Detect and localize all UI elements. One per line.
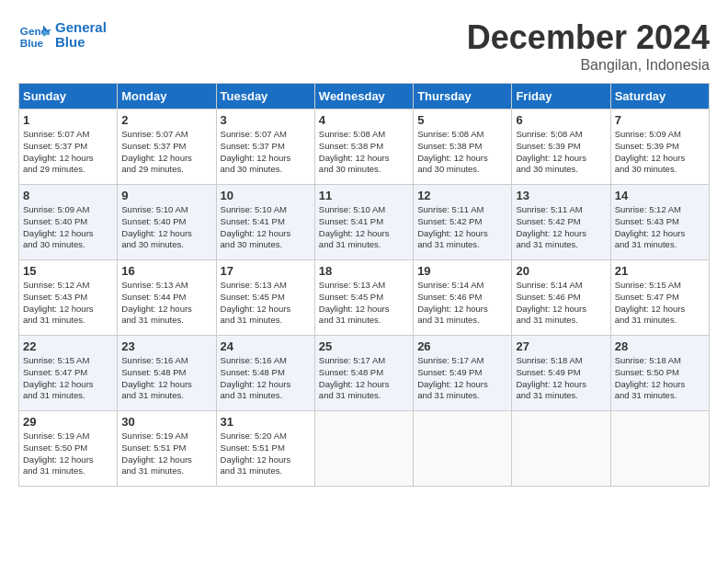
- day-number: 21: [615, 264, 705, 278]
- day-number: 20: [516, 264, 606, 278]
- day-info: Sunrise: 5:16 AMSunset: 5:48 PMDaylight:…: [221, 355, 311, 402]
- day-number: 2: [121, 113, 211, 127]
- calendar-body: 1Sunrise: 5:07 AMSunset: 5:37 PMDaylight…: [19, 109, 710, 487]
- day-info: Sunrise: 5:08 AMSunset: 5:38 PMDaylight:…: [319, 129, 409, 176]
- logo-line2: Blue: [55, 35, 107, 51]
- day-info: Sunrise: 5:14 AMSunset: 5:46 PMDaylight:…: [516, 280, 606, 327]
- calendar-week-2: 8Sunrise: 5:09 AMSunset: 5:40 PMDaylight…: [19, 185, 710, 260]
- day-info: Sunrise: 5:13 AMSunset: 5:45 PMDaylight:…: [221, 280, 311, 327]
- day-cell-27: 27Sunrise: 5:18 AMSunset: 5:49 PMDayligh…: [512, 336, 610, 411]
- day-number: 24: [221, 339, 311, 353]
- day-number: 9: [121, 189, 211, 202]
- day-number: 18: [319, 264, 409, 278]
- calendar-week-4: 22Sunrise: 5:15 AMSunset: 5:47 PMDayligh…: [19, 336, 710, 411]
- day-cell-31: 31Sunrise: 5:20 AMSunset: 5:51 PMDayligh…: [216, 411, 314, 487]
- day-cell-30: 30Sunrise: 5:19 AMSunset: 5:51 PMDayligh…: [118, 411, 216, 487]
- day-number: 4: [319, 113, 409, 127]
- day-cell-8: 8Sunrise: 5:09 AMSunset: 5:40 PMDaylight…: [19, 185, 118, 260]
- svg-text:Blue: Blue: [20, 37, 44, 49]
- day-number: 26: [417, 339, 507, 353]
- day-cell-18: 18Sunrise: 5:13 AMSunset: 5:45 PMDayligh…: [314, 260, 413, 336]
- day-cell-16: 16Sunrise: 5:13 AMSunset: 5:44 PMDayligh…: [118, 260, 216, 336]
- day-number: 5: [417, 113, 507, 127]
- empty-cell: [610, 411, 709, 487]
- logo-line1: General: [55, 20, 107, 36]
- day-cell-3: 3Sunrise: 5:07 AMSunset: 5:37 PMDaylight…: [216, 109, 314, 185]
- day-info: Sunrise: 5:07 AMSunset: 5:37 PMDaylight:…: [221, 129, 311, 176]
- day-number: 17: [221, 264, 311, 278]
- day-cell-7: 7Sunrise: 5:09 AMSunset: 5:39 PMDaylight…: [610, 109, 709, 185]
- header-friday: Friday: [512, 84, 610, 109]
- day-info: Sunrise: 5:15 AMSunset: 5:47 PMDaylight:…: [615, 280, 705, 327]
- day-cell-9: 9Sunrise: 5:10 AMSunset: 5:40 PMDaylight…: [118, 185, 216, 260]
- day-cell-2: 2Sunrise: 5:07 AMSunset: 5:37 PMDaylight…: [118, 109, 216, 185]
- day-cell-1: 1Sunrise: 5:07 AMSunset: 5:37 PMDaylight…: [19, 109, 118, 185]
- day-number: 11: [319, 189, 409, 202]
- day-info: Sunrise: 5:08 AMSunset: 5:38 PMDaylight:…: [417, 129, 507, 176]
- day-cell-23: 23Sunrise: 5:16 AMSunset: 5:48 PMDayligh…: [118, 336, 216, 411]
- day-cell-24: 24Sunrise: 5:16 AMSunset: 5:48 PMDayligh…: [216, 336, 314, 411]
- day-number: 12: [417, 189, 507, 202]
- day-number: 30: [121, 415, 211, 429]
- header-saturday: Saturday: [610, 84, 709, 109]
- day-info: Sunrise: 5:18 AMSunset: 5:49 PMDaylight:…: [516, 355, 606, 402]
- empty-cell: [512, 411, 610, 487]
- day-info: Sunrise: 5:14 AMSunset: 5:46 PMDaylight:…: [417, 280, 507, 327]
- day-cell-17: 17Sunrise: 5:13 AMSunset: 5:45 PMDayligh…: [216, 260, 314, 336]
- empty-cell: [414, 411, 512, 487]
- logo-icon: General Blue: [18, 18, 51, 52]
- month-title: December 2024: [467, 18, 710, 57]
- day-info: Sunrise: 5:10 AMSunset: 5:41 PMDaylight:…: [319, 204, 409, 251]
- day-number: 7: [615, 113, 705, 127]
- day-info: Sunrise: 5:13 AMSunset: 5:45 PMDaylight:…: [319, 280, 409, 327]
- day-number: 3: [221, 113, 311, 127]
- day-info: Sunrise: 5:07 AMSunset: 5:37 PMDaylight:…: [23, 129, 113, 176]
- day-cell-5: 5Sunrise: 5:08 AMSunset: 5:38 PMDaylight…: [414, 109, 512, 185]
- day-number: 14: [615, 189, 705, 202]
- day-number: 15: [23, 264, 113, 278]
- day-cell-6: 6Sunrise: 5:08 AMSunset: 5:39 PMDaylight…: [512, 109, 610, 185]
- day-info: Sunrise: 5:12 AMSunset: 5:43 PMDaylight:…: [615, 204, 705, 251]
- title-block: December 2024 Bangilan, Indonesia: [467, 18, 710, 74]
- day-number: 29: [23, 415, 113, 429]
- day-info: Sunrise: 5:18 AMSunset: 5:50 PMDaylight:…: [615, 355, 705, 402]
- calendar-week-3: 15Sunrise: 5:12 AMSunset: 5:43 PMDayligh…: [19, 260, 710, 336]
- weekday-header-row: Sunday Monday Tuesday Wednesday Thursday…: [19, 84, 710, 109]
- page-header: General Blue General Blue December 2024 …: [18, 18, 710, 74]
- calendar-week-5: 29Sunrise: 5:19 AMSunset: 5:50 PMDayligh…: [19, 411, 710, 487]
- empty-cell: [314, 411, 413, 487]
- day-info: Sunrise: 5:17 AMSunset: 5:48 PMDaylight:…: [319, 355, 409, 402]
- day-info: Sunrise: 5:20 AMSunset: 5:51 PMDaylight:…: [221, 431, 311, 477]
- day-info: Sunrise: 5:12 AMSunset: 5:43 PMDaylight:…: [23, 280, 113, 327]
- day-cell-14: 14Sunrise: 5:12 AMSunset: 5:43 PMDayligh…: [610, 185, 709, 260]
- day-info: Sunrise: 5:19 AMSunset: 5:51 PMDaylight:…: [121, 431, 211, 477]
- day-cell-12: 12Sunrise: 5:11 AMSunset: 5:42 PMDayligh…: [414, 185, 512, 260]
- day-info: Sunrise: 5:13 AMSunset: 5:44 PMDaylight:…: [121, 280, 211, 327]
- day-cell-28: 28Sunrise: 5:18 AMSunset: 5:50 PMDayligh…: [610, 336, 709, 411]
- day-info: Sunrise: 5:11 AMSunset: 5:42 PMDaylight:…: [417, 204, 507, 251]
- day-info: Sunrise: 5:10 AMSunset: 5:40 PMDaylight:…: [121, 204, 211, 251]
- day-cell-22: 22Sunrise: 5:15 AMSunset: 5:47 PMDayligh…: [19, 336, 118, 411]
- day-number: 22: [23, 339, 113, 353]
- day-number: 23: [121, 339, 211, 353]
- day-info: Sunrise: 5:19 AMSunset: 5:50 PMDaylight:…: [23, 431, 113, 477]
- day-info: Sunrise: 5:09 AMSunset: 5:40 PMDaylight:…: [23, 204, 113, 251]
- day-cell-11: 11Sunrise: 5:10 AMSunset: 5:41 PMDayligh…: [314, 185, 413, 260]
- day-number: 25: [319, 339, 409, 353]
- day-info: Sunrise: 5:10 AMSunset: 5:41 PMDaylight:…: [221, 204, 311, 251]
- day-info: Sunrise: 5:17 AMSunset: 5:49 PMDaylight:…: [417, 355, 507, 402]
- calendar-table: Sunday Monday Tuesday Wednesday Thursday…: [18, 83, 710, 487]
- day-cell-4: 4Sunrise: 5:08 AMSunset: 5:38 PMDaylight…: [314, 109, 413, 185]
- day-info: Sunrise: 5:15 AMSunset: 5:47 PMDaylight:…: [23, 355, 113, 402]
- day-info: Sunrise: 5:08 AMSunset: 5:39 PMDaylight:…: [516, 129, 606, 176]
- header-thursday: Thursday: [414, 84, 512, 109]
- day-number: 27: [516, 339, 606, 353]
- day-number: 19: [417, 264, 507, 278]
- day-number: 6: [516, 113, 606, 127]
- day-number: 16: [121, 264, 211, 278]
- day-number: 1: [23, 113, 113, 127]
- day-number: 8: [23, 189, 113, 202]
- day-cell-26: 26Sunrise: 5:17 AMSunset: 5:49 PMDayligh…: [414, 336, 512, 411]
- day-info: Sunrise: 5:16 AMSunset: 5:48 PMDaylight:…: [121, 355, 211, 402]
- day-cell-21: 21Sunrise: 5:15 AMSunset: 5:47 PMDayligh…: [610, 260, 709, 336]
